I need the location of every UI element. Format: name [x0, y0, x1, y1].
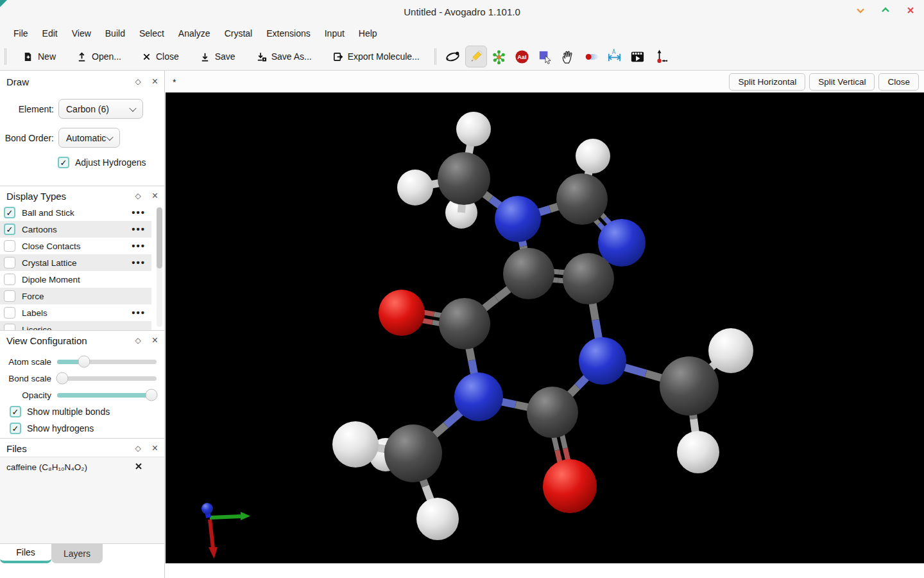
float-panel-icon[interactable]: ◇ — [135, 191, 141, 200]
close-window-button[interactable] — [905, 6, 916, 17]
checkbox[interactable] — [4, 274, 15, 285]
animation-tool[interactable] — [627, 46, 649, 67]
scrollbar-thumb[interactable] — [157, 207, 162, 268]
float-panel-icon[interactable]: ◇ — [135, 444, 141, 453]
tab-files[interactable]: Files — [0, 544, 51, 563]
save-button[interactable]: Save — [194, 48, 241, 66]
template-tool[interactable] — [488, 46, 510, 67]
draw-tool[interactable] — [465, 46, 487, 67]
slider-handle[interactable] — [146, 389, 158, 401]
tab-layers[interactable]: Layers — [51, 544, 103, 563]
atom-C[interactable] — [556, 173, 608, 225]
atom-C[interactable] — [438, 152, 490, 205]
menu-input[interactable]: Input — [318, 26, 352, 41]
label-tool[interactable]: AaI — [511, 46, 533, 67]
remove-file-icon[interactable] — [135, 462, 142, 472]
checkbox[interactable] — [4, 307, 15, 319]
close-file-button[interactable]: Close — [136, 48, 185, 66]
close-panel-icon[interactable]: × — [152, 191, 158, 201]
menu-extensions[interactable]: Extensions — [259, 26, 317, 41]
atom-C[interactable] — [527, 387, 578, 438]
options-dots-button[interactable]: ••• — [132, 310, 146, 315]
display-type-row-ball-and-stick[interactable]: ✓Ball and Stick••• — [0, 204, 151, 221]
display-type-row-close-contacts[interactable]: Close Contacts••• — [0, 238, 151, 254]
maximize-button[interactable] — [880, 6, 891, 17]
checkbox[interactable]: ✓ — [10, 423, 21, 434]
export-molecule-button[interactable]: Export Molecule... — [327, 48, 425, 66]
checkbox[interactable] — [4, 290, 15, 302]
checkbox[interactable] — [4, 257, 15, 268]
display-type-row-force[interactable]: Force — [0, 288, 151, 304]
toolbar-handle[interactable] — [4, 48, 6, 65]
atom-C[interactable] — [439, 298, 490, 349]
atom-H[interactable] — [708, 328, 753, 373]
slider-handle[interactable] — [56, 372, 68, 385]
checkbox[interactable]: ✓ — [4, 207, 15, 218]
close-panel-icon[interactable]: × — [152, 76, 158, 87]
checkbox-row-show-hydrogens[interactable]: ✓Show hydrogens — [10, 420, 157, 437]
atom-O[interactable] — [543, 459, 597, 513]
opacity-slider[interactable] — [57, 393, 157, 398]
open-button[interactable]: Open... — [71, 48, 127, 66]
checkbox[interactable] — [4, 324, 15, 331]
atom-scale-slider[interactable] — [57, 360, 157, 364]
close-panel-icon[interactable]: × — [152, 335, 158, 346]
navigate-tool[interactable] — [442, 46, 464, 67]
atom-H[interactable] — [677, 431, 719, 473]
menu-crystal[interactable]: Crystal — [218, 26, 260, 41]
atom-C[interactable] — [660, 356, 719, 416]
save-as-button[interactable]: Save As... — [250, 48, 318, 66]
adjust-hydrogens-checkbox[interactable]: ✓ — [58, 157, 69, 168]
display-type-row-licorice[interactable]: Licorice — [0, 321, 151, 331]
menu-file[interactable]: File — [6, 26, 35, 41]
checkbox[interactable] — [4, 240, 15, 252]
minimize-button[interactable] — [855, 6, 866, 17]
display-type-row-dipole-moment[interactable]: Dipole Moment — [0, 271, 151, 288]
menu-view[interactable]: View — [65, 26, 98, 41]
atom-H[interactable] — [416, 498, 459, 540]
atom-H[interactable] — [576, 139, 610, 173]
manipulate-tool[interactable] — [558, 46, 579, 67]
display-type-row-labels[interactable]: Labels••• — [0, 304, 151, 321]
float-panel-icon[interactable]: ◇ — [135, 336, 141, 345]
menu-edit[interactable]: Edit — [35, 26, 65, 41]
options-dots-button[interactable]: ••• — [132, 210, 146, 215]
atom-N[interactable] — [579, 337, 626, 385]
slider-handle[interactable] — [78, 356, 90, 368]
bond-scale-slider[interactable] — [57, 376, 157, 381]
selection-tool[interactable] — [535, 46, 556, 67]
measure-tool[interactable]: Å — [604, 46, 626, 67]
menu-select[interactable]: Select — [132, 26, 171, 41]
new-button[interactable]: New — [17, 48, 62, 66]
align-tool[interactable] — [650, 46, 672, 67]
checkbox[interactable]: ✓ — [4, 223, 15, 235]
menu-analyze[interactable]: Analyze — [171, 26, 218, 41]
3d-viewport[interactable] — [166, 92, 924, 563]
checkbox[interactable]: ✓ — [10, 406, 21, 417]
display-type-row-cartoons[interactable]: ✓Cartoons••• — [0, 221, 151, 238]
close-view-button[interactable]: Close — [878, 73, 919, 91]
float-panel-icon[interactable]: ◇ — [135, 77, 141, 86]
display-types-scrollbar[interactable] — [157, 207, 162, 327]
split-horizontal-button[interactable]: Split Horizontal — [729, 73, 805, 91]
atom-N[interactable] — [495, 196, 541, 242]
menu-help[interactable]: Help — [352, 26, 384, 41]
options-dots-button[interactable]: ••• — [132, 260, 146, 265]
split-vertical-button[interactable]: Split Vertical — [809, 73, 875, 91]
bond-centric-tool[interactable] — [581, 46, 603, 67]
element-dropdown[interactable]: Carbon (6) — [58, 99, 143, 119]
atom-O[interactable] — [379, 290, 425, 336]
atom-H[interactable] — [456, 112, 491, 146]
atom-H[interactable] — [397, 170, 433, 206]
atom-C[interactable] — [503, 248, 554, 299]
checkbox-row-show-multiple-bonds[interactable]: ✓Show multiple bonds — [10, 403, 157, 420]
atom-C[interactable] — [563, 253, 614, 304]
atom-H[interactable] — [332, 421, 379, 468]
options-dots-button[interactable]: ••• — [132, 243, 146, 249]
atom-C[interactable] — [384, 425, 442, 482]
options-dots-button[interactable]: ••• — [132, 227, 146, 232]
bond-order-dropdown[interactable]: Automatic — [58, 128, 120, 148]
display-type-row-crystal-lattice[interactable]: Crystal Lattice••• — [0, 254, 151, 271]
atom-N[interactable] — [454, 372, 503, 421]
menu-build[interactable]: Build — [98, 26, 132, 41]
